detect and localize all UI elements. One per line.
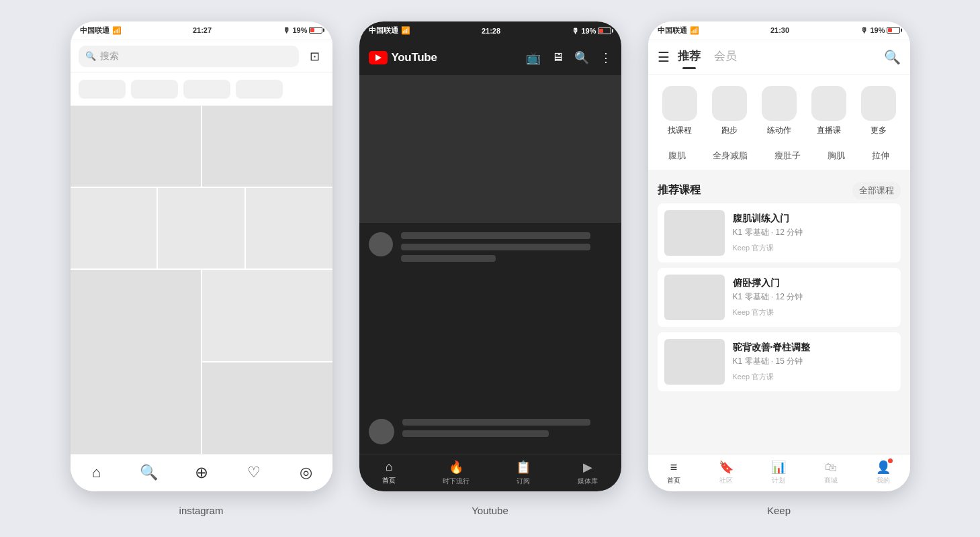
- yt-video-placeholder[interactable]: [359, 75, 621, 223]
- keep-icon-run[interactable]: 跑步: [712, 86, 747, 136]
- keep-nav-community[interactable]: 🔖 社区: [719, 460, 733, 485]
- keep-course-item-2[interactable]: 俯卧撑入门 K1 零基础 · 12 分钟 Keep 官方课: [658, 268, 901, 327]
- ig-nav-search[interactable]: 🔍: [136, 459, 163, 486]
- ig-nav-heart[interactable]: ♡: [240, 459, 267, 486]
- keep-nav-shop-icon: 🛍: [825, 460, 837, 475]
- ig-cell-8[interactable]: [202, 362, 332, 454]
- keep-nav-plan-icon: 📊: [771, 460, 786, 475]
- ig-row2: [71, 188, 332, 268]
- yt-more-icon[interactable]: ⋮: [600, 50, 612, 65]
- ig-cat-2[interactable]: [131, 80, 178, 99]
- keep-course-title-1: 腹肌训练入门: [733, 213, 894, 225]
- keep-tabs: 推荐 会员: [678, 48, 876, 66]
- yt-text-block: [401, 232, 612, 262]
- keep-icon-find-course[interactable]: 找课程: [662, 86, 697, 136]
- keep-battery-text: 19%: [870, 26, 885, 34]
- keep-nav-community-label: 社区: [719, 476, 733, 485]
- keep-tag-chest[interactable]: 胸肌: [828, 147, 845, 164]
- keep-icon-more[interactable]: 更多: [861, 86, 896, 136]
- keep-status-left: 中国联通 📶: [658, 26, 699, 36]
- keep-icon-live-circle: [811, 86, 846, 121]
- yt-nav-subscriptions[interactable]: 📋 订阅: [516, 460, 531, 486]
- keep-nav-profile[interactable]: 👤 我的: [876, 460, 891, 485]
- ig-cell-6[interactable]: [71, 270, 201, 454]
- ig-search-placeholder: 搜索: [100, 50, 119, 62]
- keep-nav-profile-icon: 👤: [876, 460, 891, 475]
- keep-course-tag-1: Keep 官方课: [733, 243, 894, 253]
- keep-tag-stretch[interactable]: 拉伸: [872, 147, 889, 164]
- keep-tab-recommend[interactable]: 推荐: [678, 48, 701, 66]
- yt-nav-home[interactable]: ⌂ 首页: [382, 460, 396, 485]
- keep-icon-live[interactable]: 直播课: [811, 86, 846, 136]
- ig-cat-3[interactable]: [183, 80, 230, 99]
- keep-icons-row1: 找课程 跑步 练动作 直播课: [655, 86, 903, 136]
- ig-search-input[interactable]: 🔍 搜索: [79, 46, 299, 67]
- yt-nav-trending[interactable]: 🔥 时下流行: [443, 460, 470, 486]
- keep-search-icon[interactable]: 🔍: [884, 49, 901, 65]
- ig-nav-home[interactable]: ⌂: [83, 459, 110, 486]
- keep-icon-live-label: 直播课: [817, 125, 841, 136]
- yt-nav-library[interactable]: ▶ 媒体库: [578, 460, 598, 486]
- keep-tag-belly[interactable]: 瘦肚子: [774, 147, 801, 164]
- yt-search-icon[interactable]: 🔍: [574, 50, 589, 65]
- yt-title-line3: [401, 255, 496, 262]
- ig-cat-1[interactable]: [79, 80, 126, 99]
- ig-search-area: 🔍 搜索 ⊡: [71, 40, 332, 73]
- ig-cell-3[interactable]: [71, 188, 157, 268]
- keep-icon-more-circle: [861, 86, 896, 121]
- yt-nav-home-label: 首页: [382, 476, 396, 485]
- yt-carrier: 中国联通: [369, 26, 398, 36]
- keep-courses-header: 推荐课程 全部课程: [648, 175, 910, 203]
- ig-cell-5[interactable]: [246, 188, 332, 268]
- instagram-status-bar: 中国联通 📶 21:27 🎙 19%: [71, 21, 332, 40]
- ig-nav-add[interactable]: ⊕: [188, 459, 215, 486]
- keep-course-item-3[interactable]: 驼背改善·脊柱调整 K1 零基础 · 15 分钟 Keep 官方课: [658, 332, 901, 391]
- ig-cell-4[interactable]: [158, 188, 244, 268]
- yt-screen-icon[interactable]: 🖥: [551, 50, 564, 64]
- yt-text-block2: [402, 419, 612, 437]
- keep-label: Keep: [767, 505, 791, 516]
- yt-mic-icon: 🎙: [572, 27, 579, 35]
- yt-video-info: [359, 223, 621, 271]
- yt-video-item2: [359, 409, 621, 454]
- keep-tag-fullbody[interactable]: 全身减脂: [713, 147, 748, 164]
- keep-nav-home[interactable]: ≡ 首页: [667, 460, 680, 485]
- keep-icon-find-circle: [662, 86, 697, 121]
- yt-battery-icon: [598, 28, 611, 34]
- ig-nav-profile[interactable]: ◎: [293, 459, 320, 486]
- ig-row3-right: [202, 270, 332, 454]
- yt-channel-avatar[interactable]: [369, 232, 393, 256]
- yt-spacer: [359, 271, 621, 409]
- keep-status-right: 🎙 19%: [860, 26, 900, 34]
- ig-categories: [71, 73, 332, 106]
- keep-course-sub-1: K1 零基础 · 12 分钟: [733, 227, 894, 238]
- keep-nav-shop[interactable]: 🛍 商城: [824, 460, 838, 485]
- ig-cat-4[interactable]: [236, 80, 283, 99]
- keep-course-item-1[interactable]: 腹肌训练入门 K1 零基础 · 12 分钟 Keep 官方课: [658, 203, 901, 262]
- ig-cell-2[interactable]: [202, 106, 332, 187]
- yt-nav-trending-icon: 🔥: [449, 460, 463, 475]
- keep-courses-all-btn[interactable]: 全部课程: [852, 182, 901, 199]
- keep-icon-exercise[interactable]: 练动作: [762, 86, 797, 136]
- keep-nav-home-icon: ≡: [670, 460, 678, 475]
- keep-nav-plan[interactable]: 📊 计划: [771, 460, 786, 485]
- keep-menu-icon[interactable]: ☰: [658, 49, 670, 65]
- youtube-phone: 中国联通 📶 21:28 🎙 19% YouTube 📺 🖥 🔍: [359, 21, 621, 491]
- keep-tab-member[interactable]: 会员: [714, 48, 737, 66]
- keep-course-list: 腹肌训练入门 K1 零基础 · 12 分钟 Keep 官方课 俯卧撑入门 K1 …: [648, 203, 910, 454]
- yt-cast-icon[interactable]: 📺: [526, 50, 541, 65]
- keep-wifi-icon: 📶: [690, 26, 699, 35]
- ig-status-right: 🎙 19%: [283, 26, 322, 34]
- ig-cell-1[interactable]: [71, 106, 201, 187]
- keep-nav-plan-label: 计划: [772, 476, 785, 485]
- ig-cell-7[interactable]: [202, 270, 332, 361]
- instagram-wrapper: 中国联通 📶 21:27 🎙 19% 🔍 搜索 ⊡: [71, 21, 332, 516]
- yt-content: [359, 75, 621, 454]
- ig-qr-icon[interactable]: ⊡: [306, 47, 324, 66]
- keep-course-sub-2: K1 零基础 · 12 分钟: [733, 291, 894, 303]
- keep-course-title-3: 驼背改善·脊柱调整: [733, 342, 894, 354]
- yt-avatar2[interactable]: [369, 419, 394, 444]
- keep-tag-abs[interactable]: 腹肌: [668, 147, 686, 164]
- yt-logo: YouTube: [369, 51, 437, 64]
- keep-courses-title: 推荐课程: [658, 183, 701, 197]
